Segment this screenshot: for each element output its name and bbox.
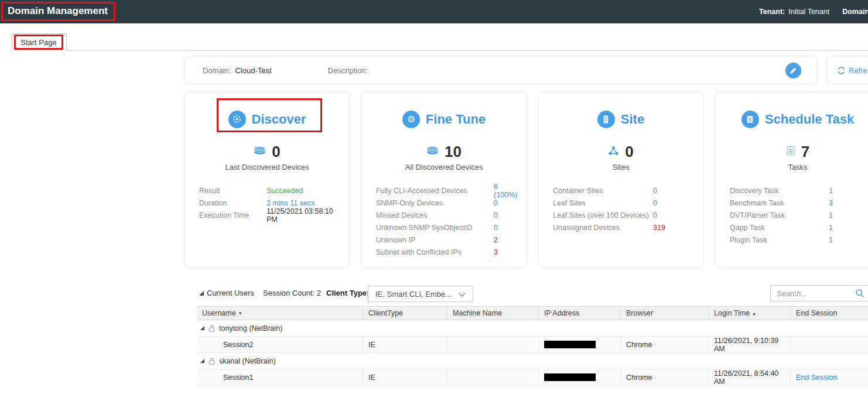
session-row[interactable]: Session2 IE Chrome 11/26/2021, 9:10:39 A… [197,337,868,353]
stat-row: Missed Devices 0 [376,209,512,221]
chevron-down-icon [459,290,465,296]
sessions-table: Username ▾ ClientType Machine Name IP Ad… [197,306,868,386]
stat-row: SNMP-Only Devices 0 [376,197,512,209]
stat-value[interactable]: 6 (100%) [494,183,517,199]
session-count: Session Count: 2 [263,289,321,297]
stat-row: Unknown SNMP SysObjectID 0 [376,221,512,234]
table-header-row: Username ▾ ClientType Machine Name IP Ad… [197,306,868,320]
stat-value[interactable]: 0 [494,199,498,207]
card-schedule-task: Schedule Task 7 Tasks Discovery Task 1 B… [716,92,868,267]
search-box [770,285,868,301]
stat-value[interactable]: 0 [653,187,657,195]
stat-row: Plugin Task 1 [730,234,866,246]
card-count[interactable]: 0 [625,143,633,161]
column-header-ip-address[interactable]: IP Address [539,307,621,320]
tenant-domain-info: Tenant: Initial Tenant Domain: C [759,0,868,23]
column-header-username[interactable]: Username ▾ [197,307,363,320]
card-stats: Fully CLI-Accessed Devices 6 (100%) SNMP… [362,184,526,258]
stat-value[interactable]: 3 [494,248,498,256]
client-type-label: Client Type: [326,289,369,297]
stat-row: Result Succeeded [199,184,335,197]
card-count[interactable]: 0 [272,143,280,161]
session-row[interactable]: Session1 IE Chrome 11/26/2021, 8:54:40 A… [197,369,868,386]
user-lock-icon [208,357,216,365]
tasks-icon [786,145,795,158]
stat-row: Leaf Sites (over 100 Devices) 0 [553,209,689,221]
table-body: tonytong (NetBrain) Session2 IE Chrome 1… [197,320,868,386]
stat-row: Discovery Task 1 [730,184,866,197]
stat-row: Execution Time 11/25/2021 03:58:10 PM [199,209,335,221]
schedule-task-icon [741,111,759,128]
column-header-machine-name[interactable]: Machine Name [447,307,539,320]
site-link[interactable]: Site [539,109,703,129]
stat-value[interactable]: 3 [829,199,833,207]
user-group-row[interactable]: tonytong (NetBrain) [197,320,868,337]
annotation-box-discover [217,98,322,132]
refresh-button[interactable]: Refresh [827,57,868,84]
stat-label: SNMP-Only Devices [376,199,494,207]
cell-session: Session2 [197,337,363,353]
column-header-browser[interactable]: Browser [621,307,709,320]
stat-row: Unknown IP 2 [376,234,512,246]
stat-label: Duration [199,199,266,207]
refresh-button-label: Refresh [849,66,868,75]
column-header-end-session[interactable]: End Session [791,307,868,320]
column-header-clienttype[interactable]: ClientType [363,307,447,320]
collapse-triangle-icon[interactable] [200,326,204,330]
stat-value[interactable]: 0 [653,199,657,207]
stat-label: Unknown SNMP SysObjectID [376,224,494,232]
cell-end-session: End Session [791,369,868,386]
stat-value[interactable]: 1 [829,211,833,220]
devices-icon [426,146,439,157]
stat-value[interactable]: 1 [829,187,833,195]
client-type-dropdown[interactable]: IE, Smart CLI, Embe... [368,286,473,302]
domain-field-label: Domain: [203,66,231,75]
card-count[interactable]: 7 [801,143,809,161]
stat-label: Plugin Task [730,236,829,244]
stat-value[interactable]: 2 [494,236,498,244]
cell-session: Session1 [197,369,363,386]
column-header-login-time[interactable]: Login Time ▴ [709,307,791,320]
edit-domain-button[interactable] [785,63,801,78]
sites-icon [608,146,619,158]
stat-value[interactable]: Succeeded [266,187,303,195]
stat-value: 11/25/2021 03:58:10 PM [266,207,335,224]
group-username: skanal (NetBrain) [219,357,276,365]
cell-ip [539,369,621,386]
current-users-title: Current Users [207,289,254,297]
stat-label: DVT/Parser Task [730,211,829,220]
domain-field-value: Cloud-Test [235,66,271,75]
card-title: Schedule Task [765,112,854,127]
stat-value[interactable]: 1 [829,224,833,232]
collapse-triangle-icon[interactable] [199,291,204,296]
stat-label: Qapp Task [730,224,829,232]
user-group-row[interactable]: skanal (NetBrain) [197,353,868,369]
fine-tune-link[interactable]: ⚙ Fine Tune [362,109,526,129]
tab-start-page[interactable]: Start Page [12,33,67,51]
end-session-link[interactable]: End Session [796,373,837,382]
stat-value[interactable]: 2 mins 11 secs [266,199,315,207]
stat-value[interactable]: 1 [829,236,833,244]
stat-label: Execution Time [199,211,266,220]
card-discover: Discover 0 Last Discovered Devices Resul… [185,92,349,267]
domain-management-page: Domain Management Tenant: Initial Tenant… [0,0,868,408]
domain-info-bar: Domain: Cloud-Test Description: [185,57,816,84]
stat-row: Unassigned Devices 319 [553,221,689,234]
ip-redaction [544,373,596,381]
stat-label: Fully CLI-Accessed Devices [376,187,494,195]
cell-machine [447,369,539,386]
stat-value[interactable]: 0 [653,211,657,220]
stat-value[interactable]: 319 [653,224,665,232]
stat-row: Container Sites 0 [553,184,689,197]
search-input[interactable] [771,289,855,298]
schedule-task-link[interactable]: Schedule Task [716,109,868,129]
search-icon[interactable] [855,289,864,298]
cell-clienttype: IE [363,369,447,386]
stat-value[interactable]: 0 [494,211,498,220]
stat-value[interactable]: 0 [494,224,498,232]
card-caption: Last Discovered Devices [185,163,349,172]
collapse-triangle-icon[interactable] [200,359,204,363]
annotation-box-start-page: Start Page [14,35,63,50]
cell-browser: Chrome [621,337,709,353]
card-count[interactable]: 10 [445,143,462,161]
